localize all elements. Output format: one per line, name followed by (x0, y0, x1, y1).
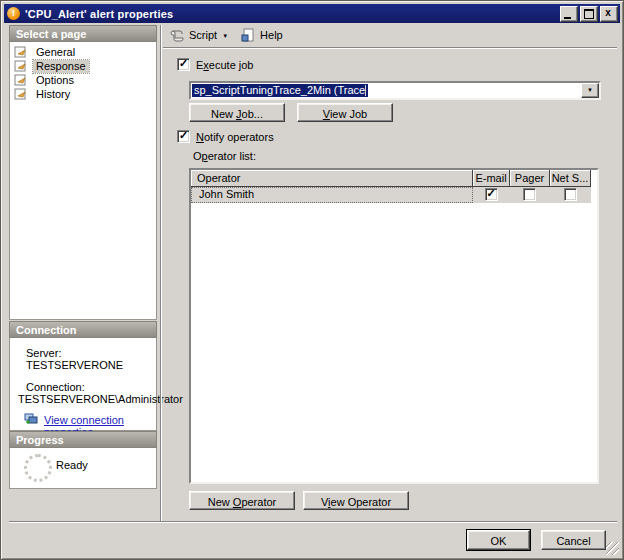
connection-panel: Server: TESTSERVERONE Connection: TESTSE… (9, 338, 157, 431)
server-value: TESTSERVERONE (26, 359, 123, 371)
panel-divider (160, 25, 162, 521)
close-icon: x (601, 7, 615, 19)
email-cell: ✓ (473, 187, 510, 203)
job-combobox-value: sp_ScriptTuningTrace_2Min (Trace (192, 84, 368, 97)
sidebar-item-response[interactable]: Response (14, 59, 89, 73)
titlebar: ! 'CPU_Alert' alert properties x (4, 4, 620, 23)
minimize-icon (564, 17, 571, 19)
progress-header: Progress (9, 431, 157, 448)
connection-header: Connection (9, 321, 157, 338)
connection-value: TESTSERVERONE\Administrator (18, 393, 183, 405)
column-header-email[interactable]: E-mail (473, 170, 510, 187)
sidebar-item-label: History (33, 88, 73, 101)
column-header-netsend[interactable]: Net S... (550, 170, 591, 187)
check-icon: ✓ (487, 187, 496, 200)
connection-properties-icon (24, 413, 38, 425)
new-job-button[interactable]: New Job... (189, 103, 285, 122)
progress-panel: Ready (9, 448, 157, 489)
page-icon (14, 74, 28, 86)
window-controls: x (560, 6, 620, 22)
resize-grip[interactable] (606, 542, 619, 555)
page-list-panel: General Response Options History (9, 42, 157, 320)
progress-status: Ready (56, 459, 88, 471)
pager-checkbox[interactable]: ✓ (523, 188, 536, 201)
pager-cell: ✓ (510, 187, 550, 203)
page-icon (14, 88, 28, 100)
execute-job-label: Execute job (196, 59, 254, 71)
help-icon (240, 28, 256, 43)
script-button[interactable]: Script (189, 29, 217, 41)
toolbar: Script ▼ Help (163, 25, 617, 45)
job-combobox-dropdown-button[interactable]: ▼ (581, 83, 599, 98)
column-header-operator[interactable]: Operator (191, 170, 473, 187)
script-icon (169, 28, 185, 43)
notify-operators-checkbox[interactable]: ✓ (177, 130, 190, 143)
connection-label: Connection: (26, 381, 85, 393)
select-a-page-header: Select a page (9, 25, 157, 42)
view-operator-button[interactable]: View Operator (303, 491, 409, 510)
job-combobox[interactable]: sp_ScriptTuningTrace_2Min (Trace ▼ (189, 81, 601, 100)
ok-button[interactable]: OK (467, 530, 530, 550)
cancel-button[interactable]: Cancel (541, 530, 606, 550)
sidebar-item-options[interactable]: Options (14, 73, 77, 87)
sidebar-item-general[interactable]: General (14, 45, 78, 59)
notify-operators-label: Notify operators (196, 131, 274, 143)
netsend-checkbox[interactable]: ✓ (564, 188, 577, 201)
close-button[interactable]: x (600, 6, 618, 22)
new-operator-button[interactable]: New Operator (189, 491, 295, 510)
script-dropdown-icon[interactable]: ▼ (222, 33, 228, 39)
alert-icon: ! (7, 7, 20, 20)
column-header-pager[interactable]: Pager (510, 170, 550, 187)
help-button[interactable]: Help (260, 29, 283, 41)
page-icon (14, 46, 28, 58)
maximize-icon (584, 9, 594, 19)
email-checkbox[interactable]: ✓ (485, 188, 498, 201)
toolbar-separator (163, 47, 617, 49)
netsend-cell: ✓ (550, 187, 591, 203)
footer-separator (9, 521, 617, 523)
progress-spinner-icon (24, 454, 52, 482)
check-icon: ✓ (179, 129, 188, 142)
sidebar-item-label: Options (33, 74, 77, 87)
operator-list-header: Operator E-mail Pager Net S... (191, 170, 597, 187)
maximize-button[interactable] (580, 6, 598, 22)
view-job-button[interactable]: View Job (297, 103, 393, 122)
page-icon (14, 60, 28, 72)
chevron-down-icon: ▼ (587, 87, 593, 93)
sidebar-item-label: General (33, 46, 78, 59)
minimize-button[interactable] (560, 6, 578, 22)
check-icon: ✓ (179, 57, 188, 70)
server-label: Server: (26, 347, 61, 359)
alert-properties-dialog: ! 'CPU_Alert' alert properties x Select … (0, 0, 624, 560)
sidebar-item-label: Response (33, 60, 89, 73)
operator-name-cell[interactable]: John Smith (191, 187, 473, 203)
operator-list: Operator E-mail Pager Net S... John Smit… (189, 168, 599, 484)
execute-job-checkbox[interactable]: ✓ (177, 58, 190, 71)
sidebar-item-history[interactable]: History (14, 87, 73, 101)
window-title: 'CPU_Alert' alert properties (25, 8, 173, 20)
text-caret (365, 85, 366, 96)
table-row[interactable]: John Smith ✓ ✓ ✓ (191, 187, 597, 203)
operator-list-label: Operator list: (193, 150, 256, 162)
